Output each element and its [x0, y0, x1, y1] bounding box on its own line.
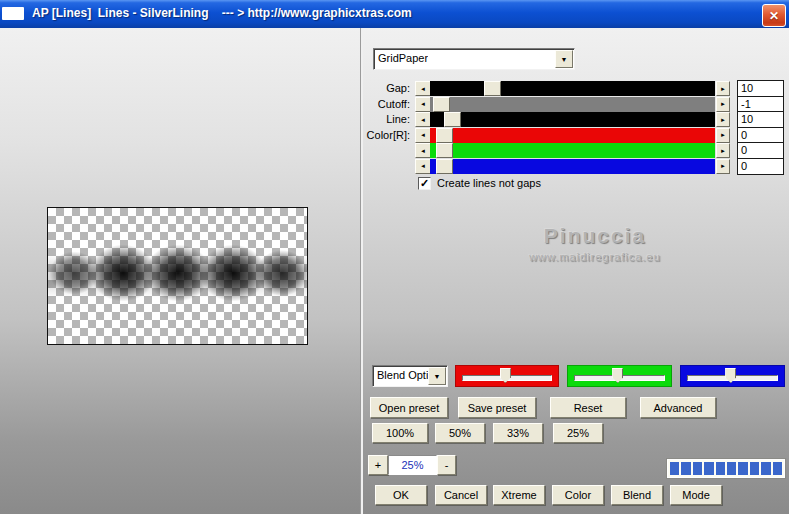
slider-thumb[interactable] — [444, 112, 461, 127]
arrow-left-icon: ◄ — [420, 163, 426, 169]
arrow-right-icon: ► — [720, 86, 726, 92]
arrow-left-icon: ◄ — [420, 117, 426, 123]
progress-segment — [738, 462, 747, 475]
slider-row-gap: Gap: ◄ ► 10 — [362, 81, 789, 96]
title-bar[interactable]: AP [Lines] Lines - SilverLining --- > ht… — [0, 0, 789, 28]
slider-right-arrow-button[interactable]: ► — [716, 143, 730, 158]
preview-canvas[interactable] — [47, 207, 308, 345]
open-preset-button[interactable]: Open preset — [370, 397, 448, 418]
progress-segment — [716, 462, 725, 475]
slider-label: Line: — [362, 113, 410, 125]
preset-dropdown-arrow-button[interactable]: ▼ — [555, 50, 573, 68]
ok-button[interactable]: OK — [375, 485, 427, 505]
arrow-right-icon: ► — [720, 117, 726, 123]
watermark-name: Pinuccia — [470, 224, 720, 248]
plugin-dialog-window: AP [Lines] Lines - SilverLining --- > ht… — [0, 0, 789, 514]
slider-left-arrow-button[interactable]: ◄ — [415, 159, 431, 174]
create-lines-label: Create lines not gaps — [437, 177, 541, 189]
slider-track[interactable] — [430, 128, 715, 143]
slider-value-box[interactable]: 10 — [737, 80, 784, 97]
create-lines-checkbox-row[interactable]: ✓ Create lines not gaps — [418, 176, 541, 190]
slider-left-arrow-button[interactable]: ◄ — [415, 97, 431, 112]
progress-segment — [681, 462, 690, 475]
slider-row-color-green: ◄ ► 0 — [362, 143, 789, 158]
blend-button[interactable]: Blend — [611, 485, 663, 505]
progress-segment — [693, 462, 702, 475]
slider-label: Cutoff: — [362, 98, 410, 110]
progress-segment — [670, 462, 679, 475]
mode-button[interactable]: Mode — [670, 485, 722, 505]
progress-segment — [704, 462, 713, 475]
arrow-right-icon: ► — [720, 101, 726, 107]
slider-track[interactable] — [430, 143, 715, 158]
slider-label: Color[R]: — [362, 129, 410, 141]
slider-value-box[interactable]: 10 — [737, 111, 784, 128]
window-title: AP [Lines] Lines - SilverLining --- > ht… — [32, 6, 412, 20]
watermark-site: www.maidiregrafica.eu — [470, 251, 720, 263]
progress-segment — [761, 462, 770, 475]
arrow-right-icon: ► — [720, 132, 726, 138]
slider-value-box[interactable]: 0 — [737, 142, 784, 159]
progress-segment — [750, 462, 759, 475]
create-lines-checkbox[interactable]: ✓ — [418, 177, 431, 190]
slider-row-color-red: Color[R]: ◄ ► 0 — [362, 128, 789, 143]
scale-33-button[interactable]: 33% — [493, 423, 543, 443]
zoom-in-button[interactable]: + — [368, 455, 388, 475]
slider-track[interactable] — [430, 112, 715, 127]
progress-segment — [773, 462, 782, 475]
slider-right-arrow-button[interactable]: ► — [716, 81, 730, 96]
slider-left-arrow-button[interactable]: ◄ — [415, 112, 431, 127]
slider-value-box[interactable]: 0 — [737, 158, 784, 175]
red-channel-trackbar[interactable] — [455, 365, 559, 387]
preset-dropdown-value: GridPaper — [378, 52, 428, 64]
arrow-right-icon: ► — [720, 163, 726, 169]
green-channel-trackbar[interactable] — [567, 365, 672, 387]
slider-track[interactable] — [430, 81, 715, 96]
slider-right-arrow-button[interactable]: ► — [716, 128, 730, 143]
blend-dropdown-arrow-button[interactable]: ▼ — [428, 367, 446, 385]
arrow-right-icon: ► — [720, 148, 726, 154]
slider-right-arrow-button[interactable]: ► — [716, 97, 730, 112]
slider-value-box[interactable]: -1 — [737, 96, 784, 113]
xtreme-button[interactable]: Xtreme — [493, 485, 545, 505]
slider-label: Gap: — [362, 82, 410, 94]
progress-bar — [667, 459, 785, 478]
app-icon — [2, 7, 24, 20]
scale-25-button[interactable]: 25% — [553, 423, 603, 443]
slider-track[interactable] — [430, 159, 715, 174]
slider-thumb[interactable] — [436, 159, 453, 174]
close-button[interactable]: ✕ — [762, 4, 786, 27]
arrow-left-icon: ◄ — [420, 132, 426, 138]
slider-right-arrow-button[interactable]: ► — [716, 112, 730, 127]
slider-left-arrow-button[interactable]: ◄ — [415, 143, 431, 158]
blend-options-dropdown[interactable]: Blend Opti ▼ — [372, 365, 448, 387]
save-preset-button[interactable]: Save preset — [458, 397, 536, 418]
reset-button[interactable]: Reset — [550, 397, 626, 418]
color-button[interactable]: Color — [552, 485, 604, 505]
slider-row-color-blue: ◄ ► 0 — [362, 159, 789, 174]
preset-dropdown[interactable]: GridPaper ▼ — [373, 48, 575, 70]
slider-thumb[interactable] — [436, 143, 453, 158]
cancel-button[interactable]: Cancel — [435, 485, 487, 505]
slider-track[interactable] — [430, 97, 715, 112]
slider-right-arrow-button[interactable]: ► — [716, 159, 730, 174]
slider-value-box[interactable]: 0 — [737, 127, 784, 144]
slider-left-arrow-button[interactable]: ◄ — [415, 81, 431, 96]
blend-options-value: Blend Opti — [377, 369, 429, 381]
slider-thumb[interactable] — [484, 81, 501, 96]
slider-left-arrow-button[interactable]: ◄ — [415, 128, 431, 143]
zoom-level-field[interactable]: 25% — [388, 455, 437, 475]
arrow-left-icon: ◄ — [420, 148, 426, 154]
advanced-button[interactable]: Advanced — [640, 397, 716, 418]
chevron-down-icon: ▼ — [561, 56, 568, 63]
scale-100-button[interactable]: 100% — [372, 423, 428, 443]
arrow-left-icon: ◄ — [420, 86, 426, 92]
slider-row-cutoff: Cutoff: ◄ ► -1 — [362, 97, 789, 112]
slider-thumb[interactable] — [433, 97, 450, 112]
slider-row-line: Line: ◄ ► 10 — [362, 112, 789, 127]
slider-thumb[interactable] — [436, 128, 453, 143]
chevron-down-icon: ▼ — [434, 373, 441, 380]
zoom-out-button[interactable]: - — [437, 455, 456, 475]
scale-50-button[interactable]: 50% — [435, 423, 485, 443]
blue-channel-trackbar[interactable] — [680, 365, 785, 387]
